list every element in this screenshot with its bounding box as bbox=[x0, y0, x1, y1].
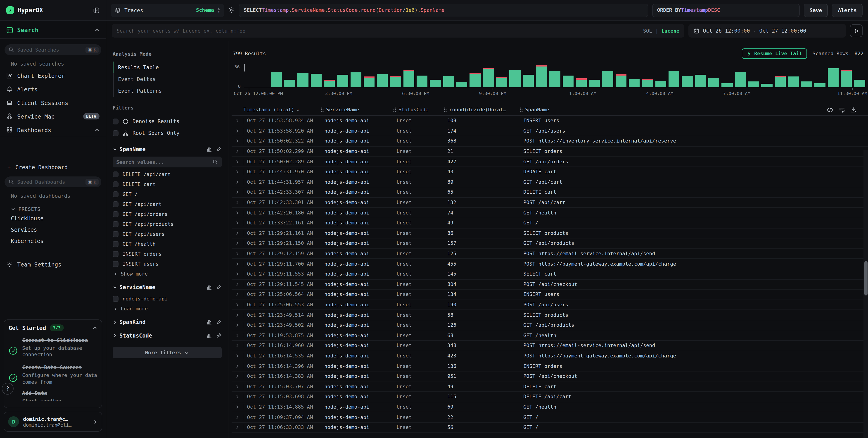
expand-row-chevron-icon[interactable] bbox=[231, 373, 243, 379]
table-row[interactable]: Oct 27 11:50:02.299 AMnodejs-demo-apiUns… bbox=[231, 147, 868, 157]
expand-row-chevron-icon[interactable] bbox=[231, 230, 243, 236]
column-header-spanname[interactable]: SpanName bbox=[520, 107, 827, 113]
event-search-input[interactable] bbox=[112, 28, 684, 34]
expand-row-chevron-icon[interactable] bbox=[231, 128, 243, 134]
filter-value-row[interactable]: GET / bbox=[113, 189, 222, 199]
table-row[interactable]: Oct 27 11:42:33.307 AMnodejs-demo-apiUns… bbox=[231, 187, 868, 198]
table-row[interactable]: Oct 27 11:33:22.161 AMnodejs-demo-apiUns… bbox=[231, 218, 868, 228]
sidebar-item-search[interactable]: Search bbox=[0, 21, 106, 38]
expand-row-chevron-icon[interactable] bbox=[231, 210, 243, 215]
filter-group-header[interactable]: SpanKind bbox=[113, 319, 222, 325]
sidebar-item-client-sessions[interactable]: Client Sessions bbox=[0, 96, 106, 110]
order-by-input[interactable]: ORDER BY Timestamp DESC bbox=[652, 3, 800, 17]
expand-row-chevron-icon[interactable] bbox=[231, 158, 243, 165]
bar-chart-icon[interactable] bbox=[207, 333, 212, 339]
expand-row-chevron-icon[interactable] bbox=[231, 363, 243, 369]
filter-value-row[interactable]: nodejs-demo-api bbox=[113, 294, 222, 303]
table-row[interactable]: Oct 27 11:16:14.960 AMnodejs-demo-apiUns… bbox=[231, 341, 868, 351]
expand-row-chevron-icon[interactable] bbox=[231, 148, 243, 154]
table-row[interactable]: Oct 27 11:13:14.885 AMnodejs-demo-apiUns… bbox=[231, 402, 868, 412]
expand-row-chevron-icon[interactable] bbox=[231, 383, 243, 389]
bar-chart-icon[interactable] bbox=[207, 147, 212, 152]
drag-handle-icon[interactable] bbox=[520, 107, 523, 112]
resume-live-tail-button[interactable]: Resume Live Tail bbox=[742, 49, 807, 59]
expand-row-chevron-icon[interactable] bbox=[231, 322, 243, 328]
table-row[interactable]: Oct 27 11:29:21.150 AMnodejs-demo-apiUns… bbox=[231, 238, 868, 249]
filter-value-row[interactable]: GET /api/products bbox=[113, 219, 222, 229]
table-row[interactable]: Oct 27 11:29:11.553 AMnodejs-demo-apiUns… bbox=[231, 269, 868, 280]
table-row[interactable]: Oct 27 11:29:11.545 AMnodejs-demo-apiUns… bbox=[231, 280, 868, 290]
lucene-toggle-label[interactable]: Lucene bbox=[661, 28, 680, 34]
checkbox[interactable] bbox=[113, 211, 119, 217]
more-filters-button[interactable]: More filters bbox=[113, 347, 222, 358]
scrollbar-thumb[interactable] bbox=[864, 261, 867, 295]
expand-row-chevron-icon[interactable] bbox=[231, 169, 243, 175]
table-row[interactable]: Oct 27 11:16:14.535 AMnodejs-demo-apiUns… bbox=[231, 351, 868, 361]
table-row[interactable]: Oct 27 11:25:06.564 AMnodejs-demo-apiUns… bbox=[231, 290, 868, 300]
alerts-button[interactable]: Alerts bbox=[832, 3, 863, 17]
filter-value-row[interactable]: GET /api/orders bbox=[113, 209, 222, 219]
saved-dashboards-input[interactable]: ⌘ K bbox=[4, 176, 101, 187]
checkbox[interactable] bbox=[113, 231, 119, 237]
sidebar-item-dashboards[interactable]: Dashboards bbox=[0, 123, 106, 137]
table-row[interactable]: Oct 27 11:50:02.322 AMnodejs-demo-apiUns… bbox=[231, 136, 868, 146]
expand-row-chevron-icon[interactable] bbox=[231, 251, 243, 257]
query-language-toggle[interactable]: SQL | Lucene bbox=[643, 28, 680, 34]
analysis-mode-option[interactable]: Event Deltas bbox=[113, 73, 222, 85]
filter-group-header[interactable]: ServiceName bbox=[113, 284, 222, 291]
filter-value-row[interactable]: INSERT orders bbox=[113, 249, 222, 259]
expand-row-chevron-icon[interactable] bbox=[231, 353, 243, 359]
expand-row-chevron-icon[interactable] bbox=[231, 312, 243, 318]
expand-row-chevron-icon[interactable] bbox=[231, 394, 243, 400]
filter-group-header[interactable]: SpanName bbox=[113, 146, 222, 152]
expand-row-chevron-icon[interactable] bbox=[231, 332, 243, 339]
source-settings-gear-icon[interactable] bbox=[228, 7, 235, 13]
expand-row-chevron-icon[interactable] bbox=[231, 425, 243, 430]
checkbox[interactable] bbox=[113, 181, 119, 187]
checkbox[interactable] bbox=[113, 261, 119, 267]
table-row[interactable]: Oct 27 11:29:11.700 AMnodejs-demo-apiUns… bbox=[231, 259, 868, 269]
preset-dashboard-link[interactable]: Kubernetes bbox=[0, 235, 106, 246]
saved-dashboards-field[interactable] bbox=[17, 179, 83, 185]
chevron-up-icon[interactable] bbox=[95, 127, 99, 133]
checkbox[interactable] bbox=[113, 296, 119, 301]
expand-row-chevron-icon[interactable] bbox=[231, 292, 243, 297]
preset-dashboard-link[interactable]: Services bbox=[0, 224, 106, 235]
checkbox[interactable] bbox=[113, 118, 119, 124]
analysis-mode-option[interactable]: Results Table bbox=[113, 62, 222, 73]
load-more-button[interactable]: Load more bbox=[113, 303, 222, 312]
expand-row-chevron-icon[interactable] bbox=[231, 240, 243, 246]
show-more-button[interactable]: Show more bbox=[113, 269, 222, 277]
bar-chart-icon[interactable] bbox=[207, 285, 212, 290]
checkbox[interactable] bbox=[113, 191, 119, 197]
presets-header[interactable]: PRESETS bbox=[0, 201, 106, 213]
text-wrap-icon[interactable] bbox=[839, 107, 845, 113]
column-header-servicename[interactable]: ServiceName bbox=[321, 107, 393, 113]
expand-row-chevron-icon[interactable] bbox=[231, 118, 243, 124]
bar-chart-icon[interactable] bbox=[207, 319, 212, 325]
table-row[interactable]: Oct 27 11:42:20.180 AMnodejs-demo-apiUns… bbox=[231, 208, 868, 218]
table-row[interactable]: Oct 27 11:50:02.289 AMnodejs-demo-apiUns… bbox=[231, 157, 868, 167]
filter-value-row[interactable]: DELETE cart bbox=[113, 179, 222, 189]
root-spans-toggle[interactable]: Root Spans Only bbox=[113, 127, 222, 139]
table-row[interactable]: Oct 27 11:53:58.920 AMnodejs-demo-apiUns… bbox=[231, 126, 868, 136]
table-row[interactable]: Oct 27 11:19:53.875 AMnodejs-demo-apiUns… bbox=[231, 330, 868, 341]
filter-value-search-input[interactable] bbox=[116, 159, 213, 165]
expand-row-chevron-icon[interactable] bbox=[231, 343, 243, 349]
expand-row-chevron-icon[interactable] bbox=[231, 302, 243, 308]
help-button[interactable]: ? bbox=[2, 383, 13, 395]
table-row[interactable]: Oct 27 11:44:31.957 AMnodejs-demo-apiUns… bbox=[231, 177, 868, 187]
column-header-duration[interactable]: round(divide(Durat… bbox=[444, 107, 520, 113]
sql-select-input[interactable]: SELECT Timestamp,ServiceName,StatusCode,… bbox=[239, 3, 648, 17]
column-header-statuscode[interactable]: StatusCode bbox=[393, 107, 444, 113]
pin-icon[interactable] bbox=[216, 319, 222, 325]
sidebar-item-service-map[interactable]: Service Map BETA bbox=[0, 110, 106, 123]
drag-handle-icon[interactable] bbox=[444, 107, 447, 112]
table-row[interactable]: Oct 27 11:53:58.934 AMnodejs-demo-apiUns… bbox=[231, 116, 868, 126]
pin-icon[interactable] bbox=[216, 285, 222, 290]
get-started-item[interactable]: Create Data SourcesConfigure where your … bbox=[9, 364, 97, 385]
table-row[interactable]: Oct 27 11:15:03.707 AMnodejs-demo-apiUns… bbox=[231, 382, 868, 392]
filter-value-row[interactable]: GET /health bbox=[113, 239, 222, 249]
code-view-icon[interactable] bbox=[827, 107, 833, 113]
table-row[interactable]: Oct 27 11:44:31.970 AMnodejs-demo-apiUns… bbox=[231, 167, 868, 177]
